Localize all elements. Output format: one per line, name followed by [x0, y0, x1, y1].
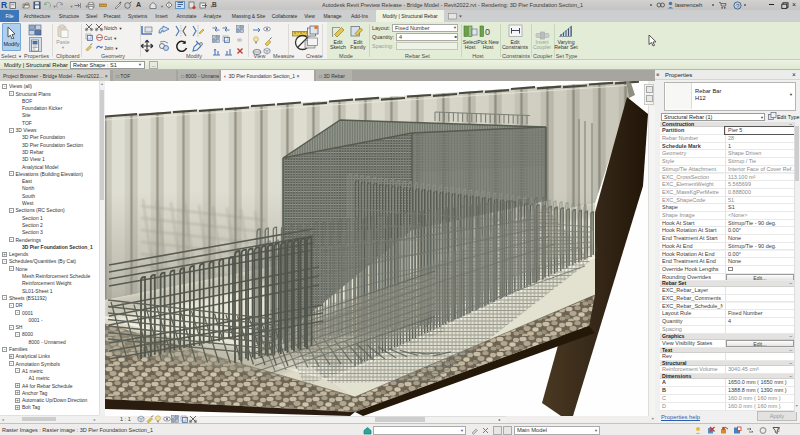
svg-text:?: ?: [736, 2, 740, 8]
svg-text:∞: ∞: [237, 36, 242, 43]
svg-text:0: 0: [485, 27, 490, 37]
